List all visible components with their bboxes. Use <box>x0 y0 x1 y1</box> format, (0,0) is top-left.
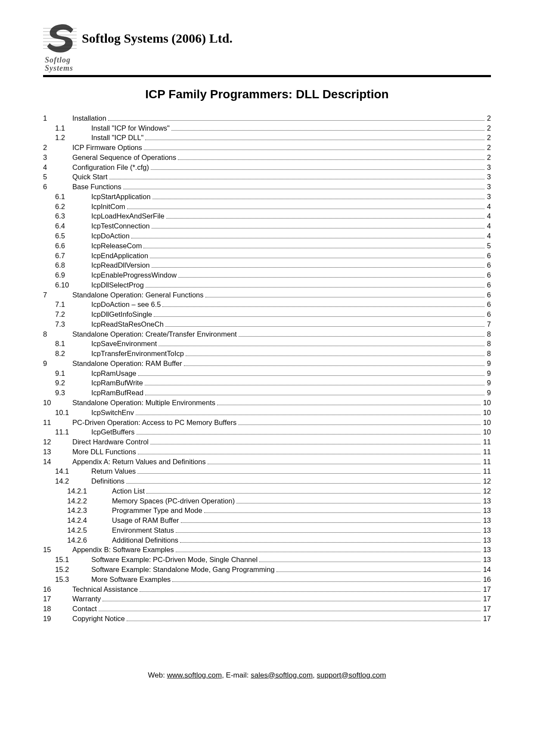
toc-entry[interactable]: 6.8IcpReadDllVersion6 <box>55 260 491 270</box>
toc-leader-dots <box>151 165 484 170</box>
toc-entry-title: IcpDoAction <box>91 231 130 241</box>
toc-entry[interactable]: 18Contact17 <box>43 604 491 614</box>
toc-entry[interactable]: 6.10IcpDllSelectProg6 <box>55 280 491 290</box>
toc-entry-page: 3 <box>486 182 491 192</box>
footer-email2-link[interactable]: support@softlog.com <box>317 671 386 679</box>
toc-leader-dots <box>259 557 481 562</box>
toc-entry[interactable]: 13More DLL Functions11 <box>43 447 491 457</box>
toc-entry[interactable]: 14.2.2Memory Spaces (PC-driven Operation… <box>67 496 491 506</box>
toc-entry[interactable]: 15.1Software Example: PC-Driven Mode, Si… <box>55 555 491 565</box>
toc-entry-number: 10.1 <box>55 408 91 418</box>
toc-entry[interactable]: 14.2.1Action List12 <box>67 486 491 496</box>
toc-leader-dots <box>276 567 481 572</box>
toc-entry-title: Standalone Operation: Create/Transfer En… <box>72 329 237 339</box>
toc-entry[interactable]: 19Copyright Notice17 <box>43 614 491 624</box>
toc-entry-number: 8.1 <box>55 339 91 349</box>
toc-entry[interactable]: 14.1Return Values11 <box>55 466 491 476</box>
toc-entry[interactable]: 10Standalone Operation: Multiple Environ… <box>43 398 491 408</box>
toc-entry-number: 9.2 <box>55 378 91 388</box>
toc-entry[interactable]: 4Configuration File (*.cfg)3 <box>43 162 491 172</box>
toc-entry[interactable]: 15.3More Software Examples16 <box>55 575 491 584</box>
toc-entry[interactable]: 5Quick Start3 <box>43 172 491 182</box>
toc-entry[interactable]: 6.1IcpStartApplication3 <box>55 192 491 202</box>
toc-entry-title: IcpStartApplication <box>91 192 151 202</box>
toc-entry-page: 11 <box>482 437 491 447</box>
footer-email1-link[interactable]: sales@softlog.com <box>251 671 313 679</box>
toc-entry[interactable]: 1.2Install "ICP DLL"2 <box>55 133 491 143</box>
toc-leader-dots <box>178 155 484 160</box>
toc-entry-number: 14.2.2 <box>67 496 112 506</box>
toc-entry-title: Definitions <box>91 476 124 486</box>
header-rule <box>43 75 491 77</box>
toc-entry[interactable]: 6.5IcpDoAction4 <box>55 231 491 241</box>
toc-entry[interactable]: 8.1IcpSaveEnvironment8 <box>55 339 491 349</box>
toc-entry-title: IcpEnableProgressWindow <box>91 270 177 280</box>
toc-entry[interactable]: 14.2.6Additional Definitions13 <box>67 535 491 545</box>
toc-entry-page: 8 <box>486 349 491 359</box>
toc-entry-number: 12 <box>43 437 72 447</box>
toc-entry[interactable]: 6.3IcpLoadHexAndSerFile4 <box>55 211 491 221</box>
toc-leader-dots <box>126 478 481 484</box>
toc-entry-number: 14.2.6 <box>67 535 112 545</box>
toc-leader-dots <box>176 547 481 553</box>
toc-entry-title: Return Values <box>91 466 136 476</box>
toc-entry-title: IcpRamUsage <box>91 369 137 378</box>
toc-entry-number: 14.2.5 <box>67 525 112 535</box>
footer-web-link[interactable]: www.softlog.com <box>167 671 222 679</box>
toc-entry[interactable]: 12Direct Hardware Control11 <box>43 437 491 447</box>
toc-entry[interactable]: 3General Sequence of Operations2 <box>43 153 491 162</box>
toc-entry[interactable]: 8.2IcpTransferEnvironmentToIcp8 <box>55 349 491 359</box>
toc-leader-dots <box>178 272 484 278</box>
toc-entry[interactable]: 9.3IcpRamBufRead9 <box>55 388 491 398</box>
toc-entry[interactable]: 14.2.4Usage of RAM Buffer13 <box>67 515 491 525</box>
toc-entry[interactable]: 6.7IcpEndApplication6 <box>55 251 491 261</box>
toc-entry[interactable]: 9.2IcpRamBufWrite9 <box>55 378 491 388</box>
toc-entry[interactable]: 6.4IcpTestConnection4 <box>55 221 491 231</box>
toc-entry[interactable]: 7.2IcpDllGetInfoSingle6 <box>55 309 491 319</box>
toc-leader-dots <box>238 420 480 425</box>
toc-entry[interactable]: 1.1Install "ICP for Windows"2 <box>55 123 491 133</box>
toc-entry[interactable]: 11.1IcpGetBuffers10 <box>55 427 491 437</box>
toc-entry-number: 16 <box>43 584 72 594</box>
toc-entry[interactable]: 17Warranty17 <box>43 594 491 604</box>
toc-entry-number: 6.2 <box>55 202 91 212</box>
toc-entry-title: IcpDllSelectProg <box>91 280 144 290</box>
toc-entry[interactable]: 14Appendix A: Return Values and Definiti… <box>43 457 491 467</box>
toc-leader-dots <box>152 194 484 199</box>
toc-entry-title: General Sequence of Operations <box>72 153 176 162</box>
toc-entry[interactable]: 8Standalone Operation: Create/Transfer E… <box>43 329 491 339</box>
toc-entry[interactable]: 10.1IcpSwitchEnv10 <box>55 408 491 418</box>
toc-entry[interactable]: 6.6IcpReleaseCom5 <box>55 241 491 251</box>
toc-entry-number: 7.2 <box>55 309 91 319</box>
header: Softlog Systems (2006) Ltd. Softlog Syst… <box>43 22 491 72</box>
company-name: Softlog Systems (2006) Ltd. <box>82 31 233 46</box>
toc-leader-dots <box>236 498 480 503</box>
toc-entry-page: 17 <box>482 604 491 614</box>
toc-entry[interactable]: 1Installation2 <box>43 113 491 123</box>
toc-entry[interactable]: 6Base Functions3 <box>43 182 491 192</box>
toc-entry[interactable]: 15.2Software Example: Standalone Mode, G… <box>55 565 491 575</box>
toc-entry-page: 3 <box>486 192 491 202</box>
toc-entry[interactable]: 7.1IcpDoAction – see 6.56 <box>55 300 491 309</box>
toc-entry[interactable]: 6.2IcpInitCom4 <box>55 202 491 212</box>
toc-entry[interactable]: 7Standalone Operation: General Functions… <box>43 290 491 300</box>
toc-entry-page: 7 <box>486 319 491 329</box>
toc-entry-number: 14.2.4 <box>67 515 112 525</box>
toc-entry[interactable]: 14.2.3Programmer Type and Mode13 <box>67 506 491 515</box>
toc-leader-dots <box>137 469 480 474</box>
toc-entry[interactable]: 6.9IcpEnableProgressWindow6 <box>55 270 491 280</box>
toc-entry-number: 1 <box>43 113 72 123</box>
toc-entry-page: 4 <box>486 202 491 212</box>
toc-entry[interactable]: 9.1IcpRamUsage9 <box>55 369 491 378</box>
toc-entry[interactable]: 9Standalone Operation: RAM Buffer9 <box>43 359 491 369</box>
toc-entry[interactable]: 15Appendix B: Software Examples13 <box>43 545 491 555</box>
toc-entry-title: Software Example: PC-Driven Mode, Single… <box>91 555 258 565</box>
toc-entry[interactable]: 16Technical Assistance17 <box>43 584 491 594</box>
toc-entry-number: 9 <box>43 359 72 369</box>
toc-entry[interactable]: 7.3IcpReadStaResOneCh7 <box>55 319 491 329</box>
toc-entry[interactable]: 14.2Definitions12 <box>55 476 491 486</box>
toc-entry[interactable]: 2ICP Firmware Options2 <box>43 143 491 153</box>
toc-entry-page: 9 <box>486 378 491 388</box>
toc-entry[interactable]: 14.2.5Environment Status13 <box>67 525 491 535</box>
toc-entry[interactable]: 11PC-Driven Operation: Access to PC Memo… <box>43 418 491 428</box>
